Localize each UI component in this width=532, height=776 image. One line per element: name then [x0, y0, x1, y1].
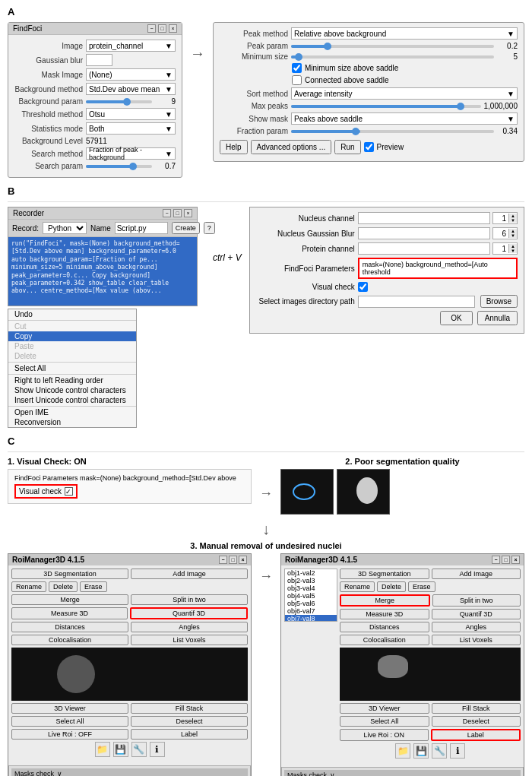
btn-delete-right[interactable]: Delete — [377, 581, 406, 592]
bg-param-slider[interactable] — [86, 100, 152, 103]
info-icon[interactable]: ℹ — [150, 742, 165, 757]
menu-item-paste[interactable]: Paste — [8, 341, 136, 351]
btn-list-voxels-left[interactable]: List Voxels — [131, 635, 248, 645]
btn-measure3d-left[interactable]: Measure 3D — [11, 607, 128, 619]
advanced-options-button[interactable]: Advanced options ... — [251, 140, 332, 154]
btn-label-right[interactable]: Label — [431, 729, 521, 741]
btn-quantif3d-right[interactable]: Quantif 3D — [432, 609, 521, 619]
gaussian-input[interactable]: 1.5 — [86, 54, 112, 66]
btn-3d-seg-left[interactable]: 3D Segmentation — [11, 569, 128, 579]
browse-button[interactable]: Browse — [480, 295, 518, 308]
btn-merge-left[interactable]: Merge — [11, 594, 128, 605]
btn-select-all-right[interactable]: Select All — [340, 716, 429, 727]
btn-angles-right[interactable]: Angles — [432, 622, 521, 632]
max-peaks-slider[interactable] — [291, 105, 481, 108]
save-icon[interactable]: 💾 — [113, 742, 128, 757]
menu-item-delete[interactable]: Delete — [8, 351, 136, 361]
menu-item-copy[interactable]: Copy — [8, 331, 136, 341]
folder-icon-right[interactable]: 📁 — [395, 743, 410, 759]
btn-rename-right[interactable]: Rename — [340, 581, 375, 592]
roi-left-min-btn[interactable]: − — [219, 556, 227, 564]
peak-param-slider[interactable] — [291, 45, 494, 48]
menu-item-insert-unicode[interactable]: Insert Unicode control characters — [8, 395, 136, 405]
menu-item-cut[interactable]: Cut — [8, 321, 136, 331]
menu-item-select-all[interactable]: Select All — [8, 363, 136, 373]
btn-split-left[interactable]: Split in two — [131, 594, 248, 605]
nucleus-blur-down[interactable]: ▼ — [509, 233, 517, 238]
btn-add-image-left[interactable]: Add Image — [131, 569, 248, 579]
btn-fill-stack-right[interactable]: Fill Stack — [432, 703, 521, 714]
annulla-button[interactable]: Annulla — [477, 311, 518, 325]
list-item[interactable]: obj3-val4 — [285, 584, 337, 592]
btn-erase-left[interactable]: Erase — [80, 581, 107, 592]
min-size-slider[interactable] — [291, 55, 494, 59]
btn-measure3d-right[interactable]: Measure 3D — [340, 609, 429, 619]
list-item[interactable]: obj1-val2 — [285, 569, 337, 577]
create-button[interactable]: Create — [172, 222, 200, 234]
btn-fill-stack-left[interactable]: Fill Stack — [131, 703, 248, 714]
minimize-btn[interactable]: − — [147, 24, 156, 33]
btn-rename-left[interactable]: Rename — [11, 581, 46, 592]
btn-3d-viewer-left[interactable]: 3D Viewer — [11, 703, 128, 714]
maximize-btn[interactable]: □ — [158, 24, 166, 33]
bg-method-dropdown[interactable]: Std.Dev above mean ▼ — [86, 83, 176, 95]
roi-right-min-btn[interactable]: − — [492, 556, 500, 564]
btn-deselect-right[interactable]: Deselect — [432, 716, 521, 727]
vc-checkbox-box[interactable]: ✓ — [65, 487, 73, 496]
btn-delete-left[interactable]: Delete — [49, 581, 78, 592]
show-mask-dropdown[interactable]: Peaks above saddle ▼ — [291, 112, 518, 125]
btn-3d-seg-right[interactable]: 3D Segmentation — [340, 569, 429, 579]
protein-channel-down[interactable]: ▼ — [509, 249, 517, 253]
list-item[interactable]: obj4-val5 — [285, 592, 337, 600]
roi-right-max-btn[interactable]: □ — [502, 556, 510, 564]
btn-distances-left[interactable]: Distances — [11, 622, 128, 632]
menu-item-show-unicode[interactable]: Show Unicode control characters — [8, 385, 136, 395]
connected-saddle-checkbox[interactable] — [292, 75, 302, 85]
btn-distances-right[interactable]: Distances — [340, 622, 429, 632]
close-btn[interactable]: × — [169, 24, 177, 33]
threshold-dropdown[interactable]: Otsu ▼ — [86, 108, 176, 120]
preview-checkbox[interactable] — [364, 142, 374, 152]
search-method-dropdown[interactable]: Fraction of peak - background ▼ — [86, 147, 176, 160]
save-icon-right[interactable]: 💾 — [413, 743, 429, 759]
fraction-slider[interactable] — [291, 130, 494, 133]
list-item-selected[interactable]: obj7-val8 — [285, 615, 337, 622]
list-item[interactable]: obj2-val3 — [285, 577, 337, 584]
nucleus-blur-spinbox[interactable]: 6 ▲ ▼ — [492, 227, 518, 239]
stats-dropdown[interactable]: Both ▼ — [86, 122, 176, 135]
btn-select-all-left[interactable]: Select All — [11, 716, 128, 727]
btn-live-roi-on-right[interactable]: Live Roi : ON — [340, 729, 429, 741]
btn-list-voxels-right[interactable]: List Voxels — [432, 635, 521, 645]
btn-3d-viewer-right[interactable]: 3D Viewer — [340, 703, 429, 714]
btn-quantif3d-left[interactable]: Quantif 3D — [130, 607, 248, 619]
min-above-saddle-checkbox[interactable] — [292, 63, 302, 73]
btn-label-left[interactable]: Label — [131, 729, 248, 740]
roi-right-close-btn[interactable]: × — [511, 556, 520, 564]
menu-item-reconversion[interactable]: Reconversion — [8, 417, 136, 427]
sort-method-dropdown[interactable]: Average intensity ▼ — [291, 87, 518, 100]
menu-item-undo[interactable]: Undo — [8, 309, 136, 319]
record-language-select[interactable]: Python — [43, 222, 87, 234]
info-icon-right[interactable]: ℹ — [450, 743, 465, 759]
peak-method-dropdown[interactable]: Relative above background ▼ — [291, 27, 518, 40]
btn-add-image-right[interactable]: Add Image — [432, 569, 521, 579]
nucleus-channel-spinbox[interactable]: 1 ▲ ▼ — [492, 212, 518, 224]
btn-merge-right[interactable]: Merge — [340, 594, 430, 607]
image-dropdown[interactable]: protein_channel ▼ — [86, 40, 176, 52]
btn-deselect-left[interactable]: Deselect — [131, 716, 248, 727]
list-item[interactable]: obj5-val6 — [285, 600, 337, 607]
btn-colocalisation-right[interactable]: Colocalisation — [340, 635, 429, 645]
btn-angles-left[interactable]: Angles — [131, 622, 248, 632]
images-path-input[interactable]: C:\Users\img_dir — [358, 296, 475, 308]
ok-button[interactable]: OK — [440, 311, 472, 325]
btn-colocalisation-left[interactable]: Colocalisation — [11, 635, 128, 645]
tools-icon-right[interactable]: 🔧 — [432, 743, 447, 759]
roi-left-max-btn[interactable]: □ — [229, 556, 237, 564]
help-button[interactable]: Help — [220, 140, 248, 154]
tools-icon[interactable]: 🔧 — [131, 742, 147, 757]
mask-dropdown[interactable]: (None) ▼ — [86, 68, 176, 81]
rec-minimize-btn[interactable]: − — [163, 209, 171, 217]
run-button[interactable]: Run — [334, 140, 360, 154]
nucleus-channel-down[interactable]: ▼ — [509, 218, 517, 223]
roi-left-close-btn[interactable]: × — [239, 556, 247, 564]
